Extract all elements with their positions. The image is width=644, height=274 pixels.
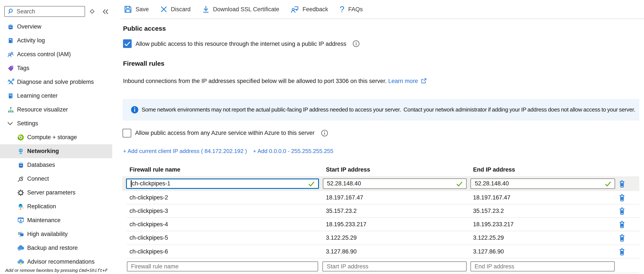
faqs-button[interactable]: ? FAQs xyxy=(340,6,363,13)
learn-more-link[interactable]: Learn more xyxy=(388,78,418,84)
firewall-rule-row: ch-clickpipes-6 3.127.86.90 3.127.86.90 xyxy=(127,245,639,258)
azure-portal-networking-page: Search My Overview xyxy=(0,0,644,274)
sidebar-item-connect[interactable]: Connect xyxy=(0,172,112,186)
chevron-down-icon xyxy=(7,120,13,127)
allow-azure-services-checkbox[interactable] xyxy=(122,129,131,137)
collapse-double-chevron-left-icon[interactable] xyxy=(102,8,109,15)
start-ip-input[interactable]: 52.28.148.40 xyxy=(323,178,466,189)
sidebar-item-label: Overview xyxy=(17,23,42,30)
sidebar-item-resource-visualizer[interactable]: Resource visualizer xyxy=(0,103,112,116)
firewall-rules-heading: Firewall rules xyxy=(123,59,164,67)
svg-text:DB: DB xyxy=(20,164,22,166)
table-bottom-divider xyxy=(127,273,639,273)
download-ssl-certificate-label: Download SSL Certificate xyxy=(213,6,279,13)
delete-rule-button[interactable] xyxy=(619,180,625,187)
sidebar-item-high-availability[interactable]: High availability xyxy=(0,227,112,241)
sidebar-item-label: Activity log xyxy=(17,37,45,44)
sidebar-item-maintenance[interactable]: Maintenance xyxy=(0,213,112,227)
public-access-heading: Public access xyxy=(123,25,166,32)
sidebar-item-replication[interactable]: Replication xyxy=(0,199,112,213)
feedback-button[interactable]: Feedback xyxy=(291,6,328,13)
sidebar-item-compute-storage[interactable]: $ Compute + storage xyxy=(0,130,112,144)
delete-rule-button[interactable] xyxy=(619,221,625,228)
gear-icon xyxy=(17,189,24,196)
sidebar-item-server-parameters[interactable]: Server parameters xyxy=(0,186,112,199)
firewall-rule-row: ch-clickpipes-5 3.122.25.29 3.122.25.29 xyxy=(127,231,639,245)
end-ip-input[interactable]: 52.28.148.40 xyxy=(470,178,615,189)
network-info-banner: Some network environments may not report… xyxy=(122,99,639,120)
discard-x-icon xyxy=(160,6,167,13)
rule-name: ch-clickpipes-3 xyxy=(130,208,168,214)
new-end-ip-placeholder: End IP address xyxy=(474,263,514,270)
mysql-database-icon: My xyxy=(7,23,14,30)
start-ip: 3.122.25.29 xyxy=(326,235,357,241)
firewall-rule-row: ch-clickpipes-4 18.195.233.217 18.195.23… xyxy=(127,218,639,231)
resource-menu: My Overview Activity log xyxy=(0,20,112,268)
question-mark-icon: ? xyxy=(340,6,344,13)
advisor-icon xyxy=(17,258,24,265)
pin-diamond-icon[interactable] xyxy=(89,8,96,15)
sidebar-item-label: Tags xyxy=(17,65,29,71)
discard-button[interactable]: Discard xyxy=(160,6,191,13)
learning-center-icon: 101 xyxy=(7,92,14,99)
sidebar-item-label: Access control (IAM) xyxy=(17,51,71,58)
delete-rule-button[interactable] xyxy=(619,248,625,255)
delete-rule-button[interactable] xyxy=(619,194,625,201)
sidebar-item-overview[interactable]: My Overview xyxy=(0,20,112,34)
allow-public-access-checkbox[interactable] xyxy=(123,39,132,48)
sidebar-group-label: Settings xyxy=(17,120,38,127)
databases-icon: DB xyxy=(17,161,24,168)
end-ip: 18.197.167.47 xyxy=(473,194,510,200)
valid-check-icon xyxy=(456,181,463,187)
info-icon[interactable] xyxy=(321,129,328,136)
sidebar-item-label: Advisor recommendations xyxy=(27,258,94,265)
sidebar-item-networking[interactable]: Networking xyxy=(0,144,112,158)
sidebar-item-access-control[interactable]: Access control (IAM) xyxy=(0,47,112,61)
start-ip: 3.127.86.90 xyxy=(326,248,357,254)
delete-rule-button[interactable] xyxy=(619,234,625,242)
sidebar-item-activity-log[interactable]: Activity log xyxy=(0,34,112,47)
discard-label: Discard xyxy=(171,6,191,13)
backup-restore-icon xyxy=(17,244,24,251)
firewall-description: Inbound connections from the IP addresse… xyxy=(123,78,426,84)
search-input[interactable]: Search xyxy=(4,6,85,17)
valid-check-icon xyxy=(604,181,611,187)
maintenance-icon xyxy=(17,217,24,224)
rule-name-input[interactable]: ch-clickpipes-1 xyxy=(126,178,319,189)
download-ssl-certificate-button[interactable]: Download SSL Certificate xyxy=(202,6,279,13)
download-icon xyxy=(202,6,209,13)
new-start-ip-input[interactable]: Start IP address xyxy=(322,261,466,271)
add-ip-range-link[interactable]: + Add 0.0.0.0 - 255.255.255.255 xyxy=(253,148,333,154)
sidebar-item-backup-restore[interactable]: Backup and restore xyxy=(0,241,112,255)
add-client-ip-link[interactable]: + Add current client IP address ( 84.172… xyxy=(123,148,247,154)
new-rule-name-input[interactable]: Firewall rule name xyxy=(127,261,318,271)
sidebar-item-diagnose[interactable]: Diagnose and solve problems xyxy=(0,75,112,89)
sidebar-item-label: Connect xyxy=(27,175,49,182)
delete-rule-button[interactable] xyxy=(619,207,625,215)
keyboard-shortcut: Cmd+Shift+F xyxy=(79,268,108,273)
replication-globe-icon xyxy=(17,203,24,210)
new-rule-name-placeholder: Firewall rule name xyxy=(131,263,179,270)
networking-pane: Save Discard Download SSL Certificate xyxy=(112,0,644,274)
feedback-label: Feedback xyxy=(302,6,328,13)
save-button[interactable]: Save xyxy=(124,6,149,13)
column-header-start-ip: Start IP address xyxy=(326,166,370,173)
sidebar-item-tags[interactable]: Tags xyxy=(0,61,112,75)
sidebar-group-settings[interactable]: Settings xyxy=(0,116,112,130)
tags-icon xyxy=(7,65,14,72)
info-icon[interactable] xyxy=(353,40,360,47)
banner-text: Some network environments may not report… xyxy=(142,106,635,113)
command-bar: Save Discard Download SSL Certificate xyxy=(124,0,363,19)
toolbar-divider xyxy=(121,19,644,19)
sidebar-item-advisor[interactable]: Advisor recommendations xyxy=(0,255,112,268)
sidebar-item-databases[interactable]: DB Databases xyxy=(0,158,112,172)
sidebar-item-label: Backup and restore xyxy=(27,245,78,251)
rule-name: ch-clickpipes-6 xyxy=(130,248,168,254)
start-ip: 18.195.233.217 xyxy=(326,221,366,227)
external-link-icon xyxy=(421,78,426,83)
start-ip: 18.197.167.47 xyxy=(326,194,363,200)
end-ip: 18.195.233.217 xyxy=(473,221,514,227)
allow-public-access-label: Allow public access to this resource thr… xyxy=(136,40,346,47)
sidebar-item-learning-center[interactable]: 101 Learning center xyxy=(0,89,112,103)
new-end-ip-input[interactable]: End IP address xyxy=(470,261,614,271)
